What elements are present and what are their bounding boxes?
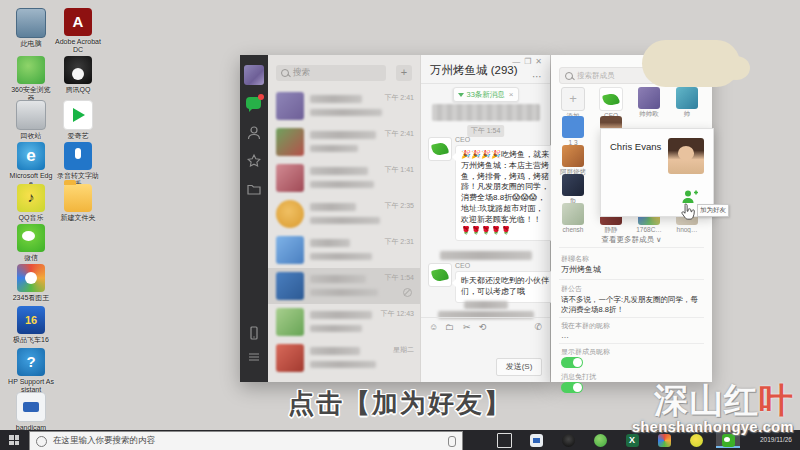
blurred-preview bbox=[310, 289, 378, 296]
member-name: 1768C… bbox=[630, 226, 668, 233]
favorites-tab[interactable] bbox=[246, 153, 262, 169]
microphone-icon bbox=[64, 142, 92, 170]
chat-avatar bbox=[276, 128, 304, 156]
group-name-value: 万州烤鱼城 bbox=[561, 265, 701, 275]
desktop-icon-new-folder[interactable]: 新建文件夹 bbox=[55, 184, 101, 222]
taskbar-qq[interactable] bbox=[556, 432, 580, 448]
taskbar-360-browser[interactable] bbox=[588, 432, 612, 448]
photos-taskbar-icon bbox=[658, 434, 671, 447]
chat-list-item[interactable]: 下午 2:35 bbox=[268, 196, 420, 232]
emoji-button[interactable]: ☺ bbox=[429, 322, 438, 332]
member-name: hnog… bbox=[668, 226, 706, 233]
chat-list-item[interactable]: 星期二 bbox=[268, 340, 420, 376]
chat-list-item[interactable]: 下午 12:43 bbox=[268, 304, 420, 340]
desktop-icon-2345[interactable]: 2345看图王 bbox=[8, 264, 54, 302]
window-controls[interactable]: —❐✕ bbox=[512, 57, 546, 66]
user-avatar[interactable] bbox=[244, 65, 264, 85]
desktop-icon-this-pc[interactable]: 此电脑 bbox=[8, 8, 54, 48]
search-input[interactable]: 搜索 bbox=[276, 65, 386, 81]
sender-avatar[interactable] bbox=[428, 263, 452, 287]
mute-toggle[interactable] bbox=[561, 382, 583, 393]
send-file-button[interactable]: 🗀 bbox=[445, 322, 454, 332]
start-button[interactable] bbox=[0, 430, 28, 450]
desktop-icon-edge[interactable]: e Microsoft Edge bbox=[8, 142, 54, 188]
member-cell[interactable]: CEO bbox=[592, 87, 630, 119]
blurred-name bbox=[310, 167, 368, 175]
close-button[interactable]: ✕ bbox=[535, 57, 546, 66]
wechat-window: 搜索 + 下午 2:41 下午 2:41 下午 1:41 下午 2:35 bbox=[240, 55, 550, 382]
member-avatar bbox=[562, 145, 584, 167]
ceo-bird-avatar bbox=[431, 141, 449, 156]
plus-icon: + bbox=[561, 87, 585, 111]
send-button[interactable]: 发送(S) bbox=[496, 358, 542, 376]
chat-list-item-selected[interactable]: 下午 1:54 bbox=[268, 268, 420, 304]
mobile-phone-icon bbox=[246, 325, 262, 341]
menu-button[interactable] bbox=[246, 349, 262, 365]
desktop-icon-recycle-bin[interactable]: 回收站 bbox=[8, 100, 54, 140]
search-icon bbox=[565, 72, 573, 80]
chat-list-item[interactable]: 下午 2:41 bbox=[268, 88, 420, 124]
chat-list-item[interactable]: 下午 2:41 bbox=[268, 124, 420, 160]
new-chat-button[interactable]: + bbox=[396, 65, 412, 81]
member-popup-name: Chris Evans bbox=[610, 141, 661, 152]
screenshot-button[interactable]: ✂ bbox=[463, 322, 471, 332]
chat-list-item[interactable]: 下午 1:41 bbox=[268, 160, 420, 196]
desktop-icon-adobe[interactable]: A Adobe Acrobat DC bbox=[55, 8, 101, 54]
chat-list-item[interactable]: 下午 2:31 bbox=[268, 232, 420, 268]
blurred-name bbox=[310, 347, 360, 355]
desktop-icon-wechat[interactable]: 微信 bbox=[8, 224, 54, 262]
member-cell[interactable]: 1 3 bbox=[554, 116, 592, 146]
chat-history-button[interactable]: ⟲ bbox=[479, 322, 487, 332]
message-input[interactable] bbox=[427, 337, 545, 355]
mute-icon bbox=[403, 288, 412, 297]
member-cell[interactable]: chensh bbox=[554, 203, 592, 233]
desktop-icon-nfs16[interactable]: 16 极品飞车16 bbox=[8, 306, 54, 344]
chats-tab[interactable] bbox=[246, 97, 262, 113]
taskbar-search[interactable]: 在这里输入你要搜索的内容 bbox=[29, 431, 463, 450]
taskbar-task-view[interactable] bbox=[492, 432, 516, 448]
watermark-leaf-char: 叶 bbox=[759, 381, 794, 419]
icon-label: 极品飞车16 bbox=[8, 336, 54, 344]
new-messages-badge[interactable]: 33条新消息 × bbox=[452, 87, 518, 102]
search-icon bbox=[281, 69, 289, 77]
voice-call-button[interactable]: ✆ bbox=[534, 322, 542, 332]
wechat-icon bbox=[17, 224, 45, 252]
member-avatar bbox=[562, 174, 584, 196]
wechat-nav-rail bbox=[240, 55, 268, 382]
phone-button[interactable] bbox=[246, 325, 262, 341]
blurred-timestamp bbox=[464, 301, 508, 309]
member-cell[interactable]: 阿胖烧烤 bbox=[554, 145, 592, 177]
chat-area: 万州烤鱼城 (293) —❐✕ ⋯ 33条新消息 × 下午 1:54 CEO 🎉… bbox=[421, 55, 550, 382]
chat-time: 下午 2:35 bbox=[384, 201, 414, 211]
member-cell[interactable]: 帅帅欧 bbox=[630, 87, 668, 119]
contacts-tab[interactable] bbox=[246, 125, 262, 141]
sender-avatar[interactable] bbox=[428, 137, 452, 161]
minimize-button[interactable]: — bbox=[512, 57, 524, 66]
desktop-icon-qq-music[interactable]: ♪ QQ音乐 bbox=[8, 184, 54, 222]
maximize-button[interactable]: ❐ bbox=[524, 57, 535, 66]
show-nicknames-toggle[interactable] bbox=[561, 357, 583, 368]
desktop-icon-hp-support[interactable]: ? HP Support Assistant bbox=[8, 348, 54, 394]
member-cell[interactable]: 帅 bbox=[668, 87, 706, 119]
icon-label: 2345看图王 bbox=[8, 294, 54, 302]
view-more-members[interactable]: 查看更多群成员 ∨ bbox=[551, 235, 712, 245]
desktop-icon-360-browser[interactable]: 360安全浏览器 bbox=[8, 56, 54, 102]
windows-logo-icon bbox=[9, 435, 19, 445]
chat-menu-button[interactable]: ⋯ bbox=[532, 71, 542, 82]
chat-bubble-icon bbox=[246, 97, 261, 109]
group-name-label: 群聊名称 bbox=[561, 254, 589, 264]
task-view-icon bbox=[497, 433, 512, 448]
2345-viewer-icon bbox=[17, 264, 45, 292]
blurred-name bbox=[310, 203, 356, 211]
desktop-icon-recorder[interactable]: 录音转文字助手 bbox=[55, 142, 101, 188]
desktop-icon-qq[interactable]: 腾讯QQ bbox=[55, 56, 101, 94]
desktop-icon-iqiyi[interactable]: 爱奇艺 bbox=[55, 100, 101, 140]
taskbar-bandicam[interactable] bbox=[524, 432, 548, 448]
announcement-label: 群公告 bbox=[561, 284, 582, 294]
files-tab[interactable] bbox=[246, 181, 262, 197]
badge-close-icon[interactable]: × bbox=[509, 90, 514, 99]
member-cell[interactable]: fb bbox=[554, 174, 592, 204]
blurred-preview bbox=[310, 145, 358, 152]
sender-name: CEO bbox=[455, 136, 470, 143]
member-name: 帅帅欧 bbox=[630, 110, 668, 119]
